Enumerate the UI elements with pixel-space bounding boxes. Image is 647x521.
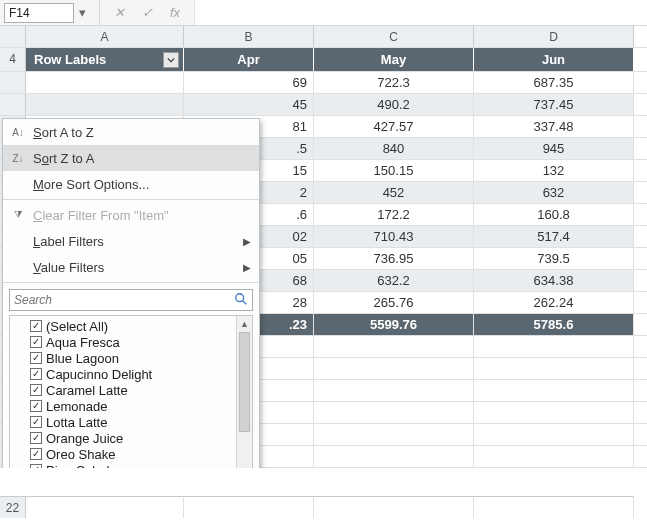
cell[interactable] (474, 358, 634, 379)
filter-item[interactable]: ✓Lemonade (12, 398, 234, 414)
cell[interactable]: 945 (474, 138, 634, 159)
search-input[interactable] (14, 293, 234, 307)
checkbox-icon[interactable]: ✓ (30, 320, 42, 332)
cell[interactable]: 490.2 (314, 94, 474, 115)
checkbox-icon[interactable]: ✓ (30, 416, 42, 428)
cell[interactable]: 69 (184, 72, 314, 93)
checkbox-icon[interactable]: ✓ (30, 352, 42, 364)
pivot-col-jun[interactable]: Jun (474, 48, 634, 71)
menu-more-sort[interactable]: More Sort Options... (3, 171, 259, 197)
filter-checklist: ✓(Select All) ✓Aqua Fresca ✓Blue Lagoon … (9, 315, 253, 468)
col-header-b[interactable]: B (184, 26, 314, 47)
cell[interactable]: 710.43 (314, 226, 474, 247)
cancel-icon[interactable]: ✕ (112, 5, 126, 20)
filter-item-label: Blue Lagoon (46, 351, 119, 366)
spreadsheet-grid: 4 Row Labels Apr May Jun 69 722.3 687.35… (0, 48, 647, 468)
fx-icon[interactable]: fx (168, 5, 182, 20)
cell[interactable] (26, 94, 184, 115)
table-row: 69 722.3 687.35 (0, 72, 647, 94)
cell[interactable]: 5599.76 (314, 314, 474, 335)
filter-item[interactable]: ✓Orange Juice (12, 430, 234, 446)
cell[interactable]: 452 (314, 182, 474, 203)
checkbox-icon[interactable]: ✓ (30, 384, 42, 396)
cell[interactable] (474, 380, 634, 401)
filter-item[interactable]: ✓Aqua Fresca (12, 334, 234, 350)
checkbox-icon[interactable]: ✓ (30, 448, 42, 460)
cell[interactable]: 722.3 (314, 72, 474, 93)
cell[interactable]: 736.95 (314, 248, 474, 269)
menu-sort-az[interactable]: A↓ Sort A to Z (3, 119, 259, 145)
row-header-4[interactable]: 4 (0, 48, 26, 71)
cell[interactable]: 517.4 (474, 226, 634, 247)
cell[interactable] (314, 424, 474, 445)
cell[interactable]: 172.2 (314, 204, 474, 225)
name-box[interactable]: F14 (4, 3, 74, 23)
col-header-d[interactable]: D (474, 26, 634, 47)
row-header[interactable] (0, 72, 26, 93)
cell[interactable] (314, 380, 474, 401)
select-all-triangle[interactable] (0, 26, 26, 47)
cell[interactable]: 840 (314, 138, 474, 159)
cell[interactable] (474, 336, 634, 357)
search-icon[interactable] (234, 292, 248, 309)
checkbox-icon[interactable]: ✓ (30, 336, 42, 348)
filter-item-label: Aqua Fresca (46, 335, 120, 350)
row-header[interactable] (0, 94, 26, 115)
checkbox-icon[interactable]: ✓ (30, 432, 42, 444)
filter-item[interactable]: ✓Capucinno Delight (12, 366, 234, 382)
cell[interactable]: 45 (184, 94, 314, 115)
cell[interactable]: 132 (474, 160, 634, 181)
cell[interactable]: 265.76 (314, 292, 474, 313)
cell[interactable]: 739.5 (474, 248, 634, 269)
menu-label-filters[interactable]: Label Filters ▶ (3, 228, 259, 254)
cell[interactable]: 262.24 (474, 292, 634, 313)
cell[interactable]: 150.15 (314, 160, 474, 181)
menu-value-filters[interactable]: Value Filters ▶ (3, 254, 259, 280)
cell[interactable]: 632 (474, 182, 634, 203)
pivot-col-may[interactable]: May (314, 48, 474, 71)
checkbox-icon[interactable]: ✓ (30, 400, 42, 412)
checklist-scrollbar[interactable]: ▲ ▼ (236, 316, 252, 468)
cell[interactable] (314, 446, 474, 467)
svg-line-1 (243, 300, 247, 304)
pivot-rowlabels-header[interactable]: Row Labels (26, 48, 184, 71)
filter-item[interactable]: ✓Oreo Shake (12, 446, 234, 462)
cell[interactable]: 337.48 (474, 116, 634, 137)
cell[interactable] (26, 72, 184, 93)
menu-sort-za[interactable]: Z↓ Sort Z to A (3, 145, 259, 171)
formula-input[interactable] (194, 0, 647, 25)
pivot-col-apr[interactable]: Apr (184, 48, 314, 71)
cell[interactable] (474, 402, 634, 423)
checkbox-icon[interactable]: ✓ (30, 464, 42, 468)
filter-search-box[interactable] (9, 289, 253, 311)
cell[interactable]: 5785.6 (474, 314, 634, 335)
filter-item[interactable]: ✓Lotta Latte (12, 414, 234, 430)
filter-item-label: Lotta Latte (46, 415, 107, 430)
filter-dropdown-button[interactable] (163, 52, 179, 68)
cell[interactable] (474, 446, 634, 467)
filter-search-wrap (3, 285, 259, 311)
name-box-dropdown[interactable]: ▾ (74, 3, 90, 23)
cell[interactable] (474, 424, 634, 445)
cell[interactable]: 737.45 (474, 94, 634, 115)
cell[interactable]: 687.35 (474, 72, 634, 93)
clear-filter-icon: ⧩ (9, 209, 27, 221)
col-header-a[interactable]: A (26, 26, 184, 47)
filter-item[interactable]: ✓Blue Lagoon (12, 350, 234, 366)
filter-item-label: Caramel Latte (46, 383, 128, 398)
cell[interactable] (314, 336, 474, 357)
col-header-c[interactable]: C (314, 26, 474, 47)
cell[interactable]: 427.57 (314, 116, 474, 137)
cell[interactable] (314, 358, 474, 379)
filter-item[interactable]: ✓Pina Colada (12, 462, 234, 468)
cell[interactable] (314, 402, 474, 423)
confirm-icon[interactable]: ✓ (140, 5, 154, 20)
scroll-thumb[interactable] (239, 332, 250, 432)
cell[interactable]: 634.38 (474, 270, 634, 291)
cell[interactable]: 160.8 (474, 204, 634, 225)
checkbox-icon[interactable]: ✓ (30, 368, 42, 380)
scroll-up-icon[interactable]: ▲ (237, 316, 252, 332)
filter-item[interactable]: ✓Caramel Latte (12, 382, 234, 398)
cell[interactable]: 632.2 (314, 270, 474, 291)
filter-item[interactable]: ✓(Select All) (12, 318, 234, 334)
